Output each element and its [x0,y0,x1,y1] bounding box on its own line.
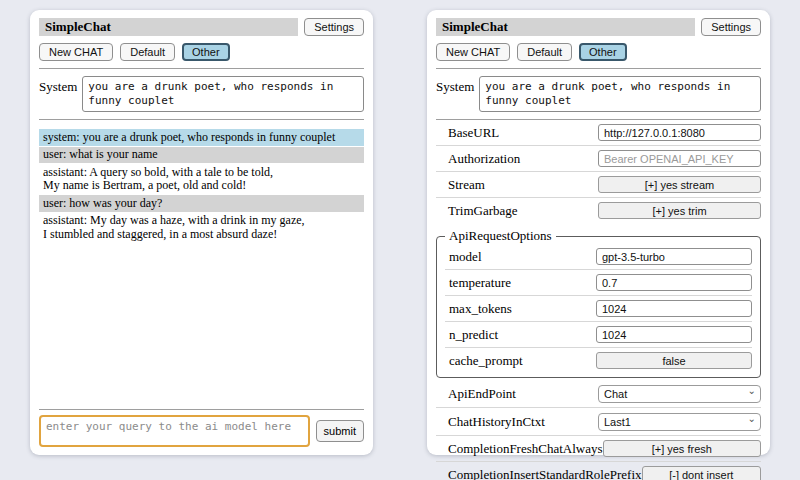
app-title: SimpleChat [39,18,298,36]
session-default-button[interactable]: Default [517,43,572,61]
header: SimpleChat Settings [39,18,364,36]
baseurl-input[interactable] [598,124,761,141]
setting-cache-prompt-row: cache_prompt false [445,348,752,373]
setting-n-predict-row: n_predict [445,322,752,348]
chat-history: system: you are a drunk poet, who respon… [39,129,364,244]
setting-model-row: model [445,244,752,270]
chat-history-in-ctxt-select[interactable]: Last1 [598,413,761,431]
app-title: SimpleChat [436,18,695,36]
setting-label: max_tokens [449,301,512,317]
user-query-input[interactable] [39,415,310,447]
temperature-input[interactable] [596,274,752,291]
setting-label: temperature [449,275,511,291]
stream-toggle-button[interactable]: [+] yes stream [598,176,761,193]
system-prompt-input[interactable]: you are a drunk poet, who responds in fu… [479,76,761,112]
settings-panel: SimpleChat Settings New CHAT Default Oth… [427,10,770,455]
max-tokens-input[interactable] [596,300,752,317]
divider [39,68,364,69]
setting-label: model [449,249,482,265]
setting-label: ChatHistoryInCtxt [448,414,545,430]
session-toolbar: New CHAT Default Other [39,43,364,61]
model-input[interactable] [596,248,752,265]
divider [436,68,761,69]
query-area: submit [39,402,364,447]
settings-button[interactable]: Settings [304,18,364,36]
new-chat-button[interactable]: New CHAT [39,43,113,61]
setting-trimgarbage-row: TrimGarbage [+] yes trim [436,198,761,223]
api-request-options-fieldset: ApiRequestOptions model temperature max_… [436,228,761,378]
system-label: System [39,76,77,95]
setting-label: BaseURL [448,125,499,141]
setting-label: CompletionInsertStandardRolePrefix [448,467,642,480]
completion-fresh-toggle-button[interactable]: [+] yes fresh [603,440,761,457]
submit-button[interactable]: submit [316,420,364,442]
setting-stream-row: Stream [+] yes stream [436,172,761,198]
setting-chat-history-row: ChatHistoryInCtxt Last1 ⌄ [436,408,761,436]
session-other-button[interactable]: Other [182,43,230,61]
setting-completion-insert-prefix-row: CompletionInsertStandardRolePrefix [-] d… [436,462,761,480]
setting-label: TrimGarbage [448,203,518,219]
cache-prompt-toggle-button[interactable]: false [596,352,752,369]
authorization-input[interactable] [598,150,761,167]
settings-button[interactable]: Settings [701,18,761,36]
setting-label: ApiEndPoint [448,386,516,402]
setting-authorization-row: Authorization [436,146,761,172]
session-default-button[interactable]: Default [120,43,175,61]
session-other-button[interactable]: Other [579,43,627,61]
system-prompt-row: System you are a drunk poet, who respond… [436,76,761,112]
setting-label: n_predict [449,327,498,343]
chat-message-user: user: how was your day? [39,195,364,212]
header: SimpleChat Settings [436,18,761,36]
divider [39,409,364,410]
system-prompt-row: System you are a drunk poet, who respond… [39,76,364,112]
chat-message-assistant: assistant: A query so bold, with a tale … [39,164,364,194]
session-toolbar: New CHAT Default Other [436,43,761,61]
chat-message-system: system: you are a drunk poet, who respon… [39,129,364,146]
api-endpoint-select[interactable]: Chat [598,385,761,403]
completion-insert-prefix-toggle-button[interactable]: [-] dont insert [642,466,761,480]
setting-api-endpoint-row: ApiEndPoint Chat ⌄ [436,380,761,408]
setting-label: Stream [448,177,485,193]
setting-max-tokens-row: max_tokens [445,296,752,322]
setting-baseurl-row: BaseURL [436,120,761,146]
chat-message-user: user: what is your name [39,147,364,164]
new-chat-button[interactable]: New CHAT [436,43,510,61]
chat-message-assistant: assistant: My day was a haze, with a dri… [39,213,364,243]
setting-completion-fresh-row: CompletionFreshChatAlways [+] yes fresh [436,436,761,462]
trimgarbage-toggle-button[interactable]: [+] yes trim [598,202,761,219]
setting-label: CompletionFreshChatAlways [448,441,603,457]
system-label: System [436,76,474,95]
system-prompt-input[interactable]: you are a drunk poet, who responds in fu… [82,76,364,112]
chat-panel: SimpleChat Settings New CHAT Default Oth… [30,10,373,455]
n-predict-input[interactable] [596,326,752,343]
setting-temperature-row: temperature [445,270,752,296]
setting-label: cache_prompt [449,353,523,369]
setting-label: Authorization [448,151,520,167]
fieldset-legend: ApiRequestOptions [445,228,556,244]
divider [39,119,364,120]
